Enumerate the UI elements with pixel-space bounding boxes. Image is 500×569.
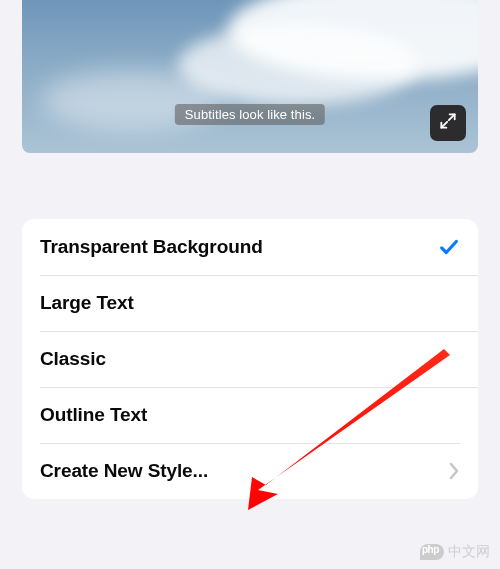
style-option-label: Transparent Background <box>40 236 263 258</box>
watermark-text: 中文网 <box>448 543 490 561</box>
style-option-label: Large Text <box>40 292 134 314</box>
subtitle-preview: Subtitles look like this. <box>22 0 478 153</box>
chevron-right-icon <box>448 462 460 480</box>
style-option-transparent-background[interactable]: Transparent Background <box>22 219 478 275</box>
style-option-outline-text[interactable]: Outline Text <box>22 387 478 443</box>
watermark-logo <box>420 544 444 560</box>
create-new-style-button[interactable]: Create New Style... <box>22 443 478 499</box>
style-option-label: Classic <box>40 348 106 370</box>
subtitle-sample-text: Subtitles look like this. <box>175 104 325 125</box>
style-option-large-text[interactable]: Large Text <box>22 275 478 331</box>
expand-button[interactable] <box>430 105 466 141</box>
checkmark-icon <box>438 236 460 258</box>
style-option-label: Outline Text <box>40 404 147 426</box>
style-list: Transparent Background Large Text Classi… <box>22 219 478 499</box>
create-new-style-label: Create New Style... <box>40 460 208 482</box>
expand-icon <box>438 111 458 135</box>
watermark: 中文网 <box>420 543 490 561</box>
style-option-classic[interactable]: Classic <box>22 331 478 387</box>
